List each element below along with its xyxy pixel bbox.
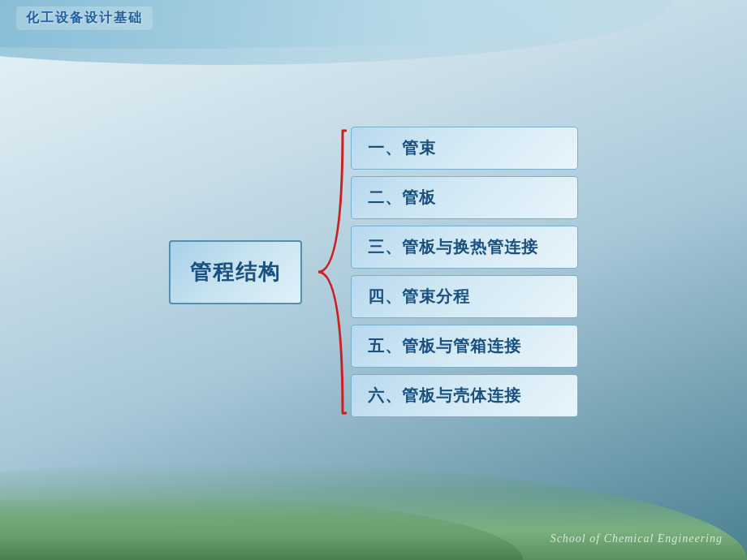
list-item: 三、管板与换热管连接 — [351, 226, 578, 269]
list-item-text: 二、管板 — [368, 188, 436, 206]
list-item-text: 六、管板与壳体连接 — [368, 386, 521, 404]
list-item-text: 三、管板与换热管连接 — [368, 238, 538, 256]
page-title: 化工设备设计基础 — [26, 11, 143, 24]
brace-connector — [302, 127, 351, 417]
main-topic-label: 管程结构 — [190, 260, 281, 284]
list-item: 五、管板与管箱连接 — [351, 325, 578, 368]
main-topic-box: 管程结构 — [169, 240, 302, 304]
footer-branding: School of Chemical Engineering — [551, 532, 723, 545]
main-content: 管程结构 一、管束二、管板三、管板与换热管连接四、管束分程五、管板与管箱连接六、… — [0, 65, 747, 479]
brace-icon — [302, 127, 351, 417]
list-item: 二、管板 — [351, 176, 578, 219]
list-item: 一、管束 — [351, 127, 578, 170]
title-area: 化工设备设计基础 — [16, 6, 153, 30]
list-item-text: 四、管束分程 — [368, 287, 470, 305]
list-item-text: 一、管束 — [368, 139, 436, 157]
list-item-text: 五、管板与管箱连接 — [368, 337, 521, 355]
list-item: 六、管板与壳体连接 — [351, 374, 578, 417]
list-item: 四、管束分程 — [351, 275, 578, 318]
topic-list: 一、管束二、管板三、管板与换热管连接四、管束分程五、管板与管箱连接六、管板与壳体… — [351, 127, 578, 417]
